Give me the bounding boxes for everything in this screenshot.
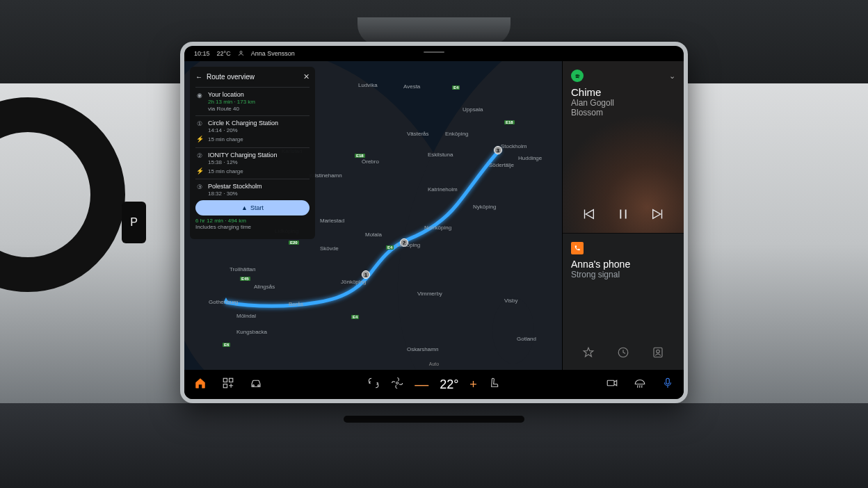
next-track-icon[interactable]	[650, 206, 666, 225]
city-label: Trollhättan	[230, 266, 256, 273]
stop-title[interactable]: Circle K Charging Station	[208, 120, 310, 127]
spotify-icon[interactable]	[571, 70, 584, 82]
voice-assistant-icon[interactable]	[661, 377, 674, 392]
stop-meta: 15:38 · 12%	[208, 159, 310, 165]
svg-point-3	[657, 350, 660, 353]
clock: 10:15	[194, 50, 210, 57]
step-number-icon: ①	[195, 120, 204, 129]
pause-icon[interactable]	[616, 206, 631, 225]
navigation-arrow-icon: ▲	[241, 204, 248, 211]
recirculate-icon[interactable]	[367, 377, 380, 392]
center-display: 10:15 22°C Anna Svensson ▲ 1 2 3 Ludvika…	[180, 42, 688, 403]
city-label: Uppsala	[463, 106, 483, 113]
svg-rect-4	[223, 378, 227, 382]
bolt-icon: ⚡	[195, 167, 204, 176]
seat-icon[interactable]	[488, 377, 501, 392]
trip-note: Includes charging time	[195, 224, 310, 230]
city-label: Gotland	[517, 336, 536, 342]
svg-rect-10	[607, 380, 614, 386]
city-label: Ludvika	[358, 82, 378, 88]
city-label: Visby	[504, 298, 517, 304]
recents-icon[interactable]	[617, 346, 629, 361]
city-label: Huddinge	[518, 155, 542, 161]
apps-icon[interactable]	[222, 377, 234, 392]
contacts-icon[interactable]	[652, 346, 664, 361]
city-label: Avesta	[403, 83, 420, 90]
svg-point-8	[258, 385, 259, 387]
back-arrow-icon[interactable]: ←	[195, 73, 202, 81]
city-label: Mölndal	[236, 313, 256, 319]
highway-badge: E4	[351, 315, 359, 319]
media-card[interactable]: ⌄ Chime Alan Gogoll Blossom	[563, 61, 684, 234]
svg-rect-11	[666, 378, 670, 384]
chevron-down-icon[interactable]: ⌄	[669, 72, 675, 81]
city-label: Katrineholm	[428, 186, 458, 193]
fan-icon[interactable]	[391, 377, 403, 392]
city-label: Vimmerby	[417, 291, 442, 297]
track-title: Chime	[571, 86, 675, 98]
temp-up-button[interactable]: +	[469, 377, 477, 392]
svg-point-0	[240, 51, 242, 53]
cabin-temp[interactable]: 22°	[440, 377, 458, 392]
city-label: Mariestad	[320, 218, 344, 224]
climate-mode-label: Auto	[429, 361, 439, 366]
stop-title: Your location	[208, 91, 310, 98]
camera-icon[interactable]	[606, 377, 618, 392]
gear-paddle: P	[122, 202, 146, 243]
highway-badge: E4	[452, 86, 460, 90]
trip-duration: 6 hr 12 min · 494 km	[195, 218, 310, 224]
svg-point-9	[396, 382, 399, 384]
step-number-icon: ②	[195, 152, 204, 161]
defrost-icon[interactable]	[634, 377, 646, 392]
outside-temp: 22°C	[217, 50, 231, 57]
home-icon[interactable]	[194, 377, 207, 392]
phone-app-icon[interactable]	[571, 242, 584, 254]
drag-handle[interactable]	[424, 51, 444, 53]
steering-wheel	[0, 97, 125, 292]
svg-rect-6	[223, 384, 227, 388]
highway-badge: E45	[240, 277, 250, 281]
favorites-icon[interactable]	[582, 346, 595, 361]
previous-track-icon[interactable]	[581, 206, 596, 225]
user-name[interactable]: Anna Svensson	[251, 50, 295, 57]
city-label: Stockholm	[501, 143, 527, 149]
screen: 10:15 22°C Anna Svensson ▲ 1 2 3 Ludvika…	[184, 46, 684, 399]
charge-duration: 15 min charge	[208, 136, 243, 143]
svg-rect-5	[230, 378, 233, 382]
city-label: Motala	[365, 231, 382, 238]
highway-badge: E18	[355, 154, 365, 158]
city-label: Alingsås	[254, 284, 275, 290]
city-label: Nyköping	[473, 204, 496, 210]
city-label: Borås	[289, 301, 303, 307]
charge-duration: 15 min charge	[208, 168, 243, 174]
stop-meta: 18:32 · 30%	[208, 190, 310, 197]
stop-title[interactable]: IONITY Charging Station	[208, 152, 310, 158]
temp-down-button[interactable]: —	[415, 377, 428, 393]
city-label: Södertälje	[489, 162, 514, 168]
close-icon[interactable]: ✕	[303, 72, 310, 81]
city-label: Eskilstuna	[428, 152, 453, 158]
stop-title[interactable]: Polestar Stockholm	[208, 183, 310, 190]
vent-slot	[344, 416, 524, 423]
highway-badge: E4	[386, 245, 394, 250]
phone-card[interactable]: Anna's phone Strong signal	[563, 234, 684, 370]
city-label: Jönköping	[341, 279, 366, 285]
track-artist: Alan Gogoll	[571, 98, 675, 108]
city-label: Linköping	[396, 242, 420, 248]
car-icon[interactable]	[250, 377, 262, 392]
map[interactable]: ▲ 1 2 3 Ludvika Avesta Uppsala Västerås …	[184, 61, 562, 370]
dock: Auto — 22° +	[184, 370, 684, 399]
city-label: Västerås	[407, 131, 429, 137]
person-icon	[238, 50, 244, 58]
start-navigation-button[interactable]: ▲ Start	[195, 200, 310, 215]
highway-badge: E20	[289, 241, 299, 245]
speaker-grille	[357, 17, 511, 45]
bolt-icon: ⚡	[195, 135, 204, 144]
city-label: Norrköping	[424, 225, 451, 231]
waypoint-1[interactable]: 1	[362, 270, 370, 279]
phone-name: Anna's phone	[571, 259, 675, 270]
svg-point-7	[252, 385, 254, 387]
stop-meta: 14:14 · 20%	[208, 127, 310, 133]
city-label: Gothenburg	[209, 299, 238, 305]
svg-rect-2	[654, 348, 662, 357]
